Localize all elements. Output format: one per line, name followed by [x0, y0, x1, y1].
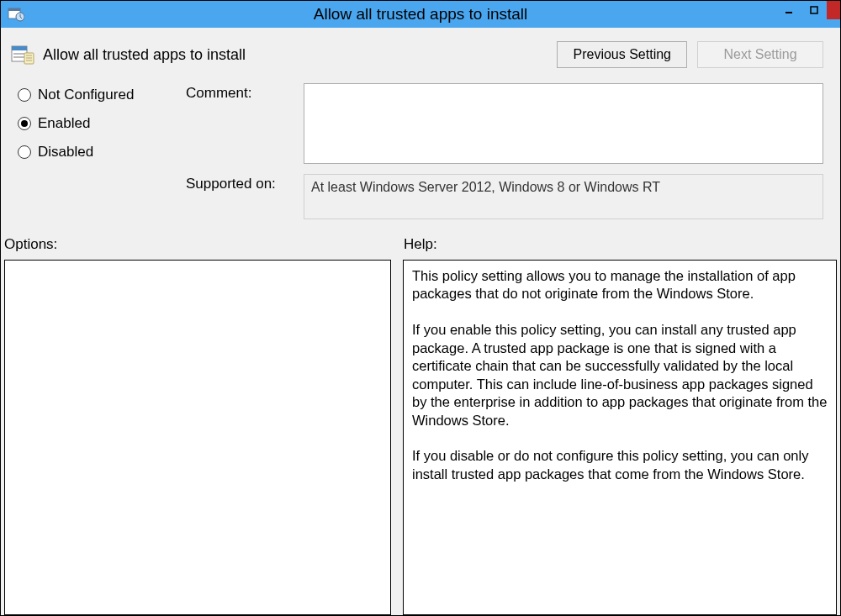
system-icon	[8, 6, 24, 23]
radio-enabled[interactable]: Enabled	[18, 115, 186, 132]
radio-icon	[18, 145, 31, 159]
supported-row: Supported on: At least Windows Server 20…	[186, 174, 823, 219]
title-bar: Allow all trusted apps to install	[1, 1, 840, 28]
state-radio-group: Not Configured Enabled Disabled	[18, 83, 186, 219]
header-left: Allow all trusted apps to install	[11, 45, 246, 65]
policy-title: Allow all trusted apps to install	[43, 46, 246, 64]
header-row: Allow all trusted apps to install Previo…	[1, 28, 840, 75]
window-title: Allow all trusted apps to install	[1, 5, 840, 24]
svg-rect-6	[12, 46, 27, 50]
supported-label: Supported on:	[186, 174, 294, 219]
svg-rect-8	[13, 56, 25, 58]
minimize-button[interactable]	[776, 1, 801, 19]
options-pane	[4, 260, 391, 615]
comment-input[interactable]	[304, 83, 823, 164]
form-area: Not Configured Enabled Disabled Comment:…	[1, 75, 840, 224]
next-setting-button[interactable]: Next Setting	[697, 41, 823, 68]
bottom-panes: This policy setting allows you to manage…	[4, 260, 837, 615]
svg-rect-4	[811, 7, 817, 13]
supported-value: At least Windows Server 2012, Windows 8 …	[304, 174, 823, 219]
close-button[interactable]	[827, 1, 840, 19]
section-labels: Options: Help:	[1, 224, 840, 260]
right-fields: Comment: Supported on: At least Windows …	[186, 83, 823, 219]
radio-label: Not Configured	[38, 87, 134, 103]
policy-icon	[11, 45, 34, 65]
window-buttons	[776, 1, 840, 28]
radio-label: Enabled	[38, 115, 90, 132]
client-area: Allow all trusted apps to install Previo…	[1, 28, 840, 615]
comment-row: Comment:	[186, 83, 823, 164]
radio-icon	[18, 117, 31, 130]
previous-setting-button[interactable]: Previous Setting	[557, 41, 687, 68]
svg-rect-1	[8, 8, 20, 11]
radio-disabled[interactable]: Disabled	[18, 144, 186, 161]
radio-not-configured[interactable]: Not Configured	[18, 87, 186, 103]
options-label: Options:	[4, 236, 404, 253]
svg-rect-7	[13, 53, 25, 55]
radio-label: Disabled	[38, 144, 93, 161]
nav-buttons: Previous Setting Next Setting	[557, 41, 823, 68]
radio-icon	[18, 88, 31, 102]
help-label: Help:	[404, 236, 437, 253]
comment-label: Comment:	[186, 83, 294, 164]
maximize-button[interactable]	[801, 1, 827, 19]
help-pane: This policy setting allows you to manage…	[403, 260, 837, 615]
